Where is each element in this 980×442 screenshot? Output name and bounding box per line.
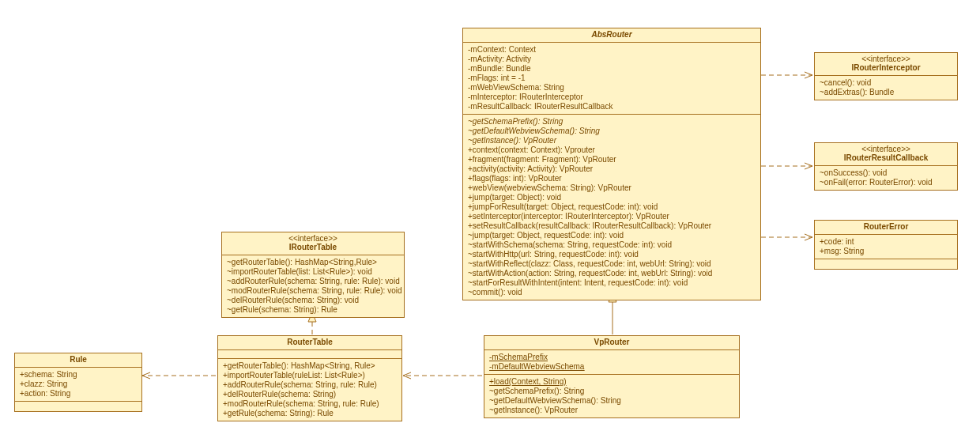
member-row: -mDefaultWebviewSchema <box>489 362 734 372</box>
member-row: ~getRouterTable(): HashMap<String,Rule> <box>227 258 399 267</box>
member-row: +context(context: Context): Vprouter <box>468 145 756 155</box>
member-row: -mSchemaPrefix <box>489 353 734 362</box>
member-row: +fragment(fragment: Fragment): VpRouter <box>468 155 756 164</box>
member-row: -mActivity: Activity <box>468 55 756 64</box>
class-title: RouterError <box>864 222 909 231</box>
op-list: ~cancel(): void~addExtras(): Bundle <box>820 78 952 97</box>
member-row: ~onSuccess(): void <box>820 168 952 178</box>
member-row: ~startWithSchema(schema: String, request… <box>468 240 756 250</box>
op-list: ~getRouterTable(): HashMap<String,Rule>~… <box>227 258 399 315</box>
class-title: VpRouter <box>594 338 630 346</box>
stereotype-label: <<interface>> <box>227 234 399 243</box>
member-row: ~startWithHttp(url: String, requestCode:… <box>468 250 756 259</box>
stereotype-label: <<interface>> <box>820 145 952 153</box>
member-row: ~cancel(): void <box>820 78 952 88</box>
class-router-error[interactable]: RouterError +code: int+msg: String <box>814 220 958 270</box>
class-router-table[interactable]: RouterTable +getRouterTable(): HashMap<S… <box>217 335 402 421</box>
member-row: -mBundle: Bundle <box>468 64 756 74</box>
member-row: -mFlags: int = -1 <box>468 74 756 83</box>
member-row: +addRouterRule(schema: String, rule: Rul… <box>223 380 397 390</box>
member-row: ~onFail(error: RouterError): void <box>820 178 952 187</box>
member-row: ~getInstance(): VpRouter <box>468 136 756 145</box>
member-row: +clazz: String <box>20 380 137 389</box>
member-row: +delRouterRule(schema: String) <box>223 390 397 399</box>
op-list: +load(Context, String)~getSchemaPrefix()… <box>489 377 734 415</box>
member-row: ~importRouterTable(list: List<Rule>): vo… <box>227 267 399 277</box>
member-row: +schema: String <box>20 370 137 380</box>
class-rule[interactable]: Rule +schema: String+clazz: String+actio… <box>14 353 142 412</box>
member-row: ~addExtras(): Bundle <box>820 88 952 97</box>
class-title: IRouterTable <box>289 243 337 251</box>
member-row: ~delRouterRule(schema: String): void <box>227 296 399 305</box>
member-row: +webView(webviewSchema: String): VpRoute… <box>468 183 756 193</box>
member-row: +setResultCallback(resultCallback: IRout… <box>468 221 756 231</box>
member-row: ~getSchemaPrefix(): String <box>489 387 734 396</box>
member-row: +msg: String <box>820 247 952 256</box>
member-row: +jump(target: Object): void <box>468 193 756 202</box>
member-row: ~getDefaultWebviewSchema(): String <box>468 127 756 136</box>
member-row: +action: String <box>20 389 137 399</box>
attr-list: -mSchemaPrefix-mDefaultWebviewSchema <box>489 353 734 372</box>
op-list: ~getSchemaPrefix(): String~getDefaultWeb… <box>468 117 756 297</box>
member-row: +activity(activity: Activity): VpRouter <box>468 164 756 174</box>
class-title: Rule <box>70 355 87 364</box>
member-row: +setInterceptor(interceptor: IRouterInte… <box>468 212 756 221</box>
member-row: ~startWithAction(action: String, request… <box>468 269 756 278</box>
class-abs-router[interactable]: AbsRouter -mContext: Context-mActivity: … <box>462 28 761 300</box>
member-row: +getRule(schema: String): Rule <box>223 409 397 418</box>
attr-list: -mContext: Context-mActivity: Activity-m… <box>468 45 756 111</box>
member-row: +code: int <box>820 237 952 247</box>
class-title: IRouterInterceptor <box>851 63 920 72</box>
stereotype-label: <<interface>> <box>820 55 952 63</box>
class-title: RouterTable <box>287 338 333 346</box>
member-row: ~getInstance(): VpRouter <box>489 406 734 415</box>
class-title: IRouterResultCallback <box>844 153 929 162</box>
class-vp-router[interactable]: VpRouter -mSchemaPrefix-mDefaultWebviewS… <box>484 335 740 418</box>
member-row: +modRouterRule(schema: String, rule: Rul… <box>223 399 397 409</box>
attr-list: +schema: String+clazz: String+action: St… <box>20 370 137 399</box>
member-row: +load(Context, String) <box>489 377 734 387</box>
member-row: ~modRouterRule(schema: String, rule: Rul… <box>227 286 399 296</box>
member-row: +jumpForResult(target: Object, requestCo… <box>468 202 756 212</box>
interface-irouter-interceptor[interactable]: <<interface>> IRouterInterceptor ~cancel… <box>814 52 958 100</box>
member-row: ~getSchemaPrefix(): String <box>468 117 756 127</box>
member-row: ~startWithReflect(clazz: Class, requestC… <box>468 259 756 269</box>
uml-canvas: Rule +schema: String+clazz: String+actio… <box>0 0 980 442</box>
member-row: +flags(flags: int): VpRouter <box>468 174 756 183</box>
attr-list: +code: int+msg: String <box>820 237 952 256</box>
member-row: -mResultCallback: IRouterResultCallback <box>468 102 756 111</box>
class-title: AbsRouter <box>591 30 631 39</box>
member-row: ~getDefaultWebviewSchema(): String <box>489 396 734 406</box>
interface-irouter-result-callback[interactable]: <<interface>> IRouterResultCallback ~onS… <box>814 142 958 191</box>
member-row: ~startForResultWithIntent(intent: Intent… <box>468 278 756 288</box>
member-row: -mInterceptor: IRouterInterceptor <box>468 93 756 102</box>
member-row: +getRouterTable(): HashMap<String, Rule> <box>223 361 397 371</box>
member-row: ~commit(): void <box>468 288 756 297</box>
op-list: ~onSuccess(): void~onFail(error: RouterE… <box>820 168 952 187</box>
member-row: ~jump(target: Object, requestCode: int):… <box>468 231 756 240</box>
op-list: +getRouterTable(): HashMap<String, Rule>… <box>223 361 397 418</box>
member-row: +importRouterTable(ruleList: List<Rule>) <box>223 371 397 380</box>
member-row: ~getRule(schema: String): Rule <box>227 305 399 315</box>
member-row: ~addRouterRule(schema: String, rule: Rul… <box>227 277 399 286</box>
member-row: -mContext: Context <box>468 45 756 55</box>
member-row: -mWebViewSchema: String <box>468 83 756 93</box>
interface-irouter-table[interactable]: <<interface>> IRouterTable ~getRouterTab… <box>221 232 405 318</box>
